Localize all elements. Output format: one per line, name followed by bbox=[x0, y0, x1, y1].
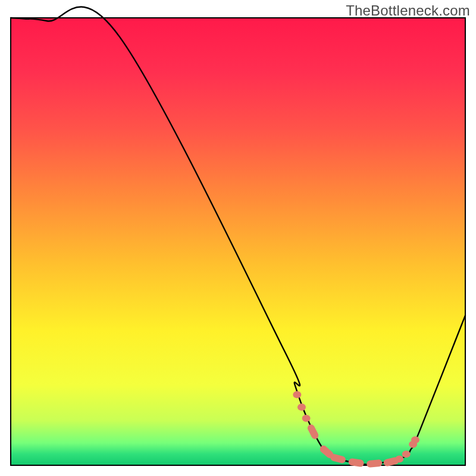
marker-dot bbox=[298, 403, 306, 411]
marker-dot bbox=[395, 455, 403, 462]
watermark-text: TheBottleneck.com bbox=[346, 2, 470, 19]
marker-dot bbox=[302, 415, 311, 422]
marker-dot bbox=[293, 391, 301, 398]
marker-dot bbox=[402, 450, 411, 458]
bottleneck-chart bbox=[0, 0, 476, 476]
plot-background bbox=[11, 18, 465, 465]
marker-dot bbox=[411, 436, 419, 443]
chart-container: TheBottleneck.com bbox=[0, 0, 476, 476]
